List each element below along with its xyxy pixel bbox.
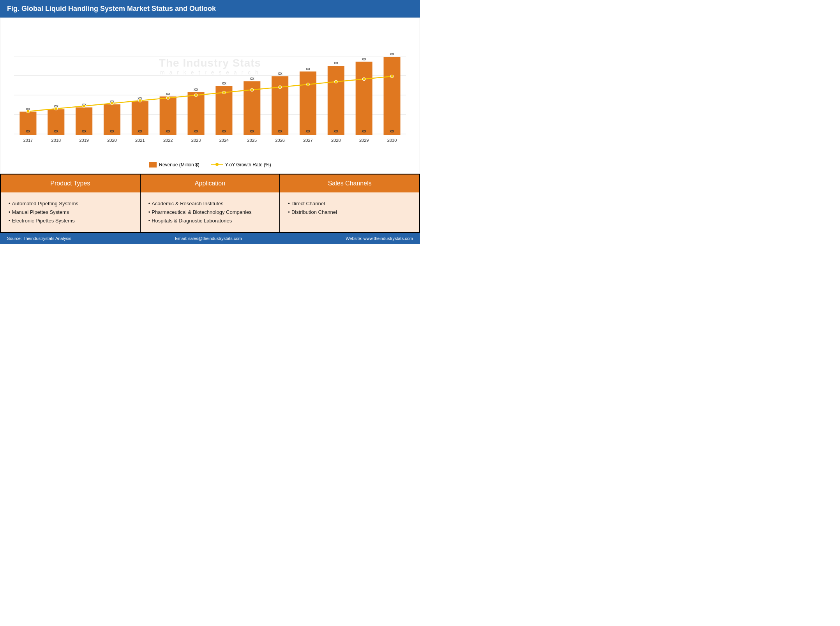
bar-top-label: XX: [166, 92, 170, 96]
bar-year-label: 2019: [79, 138, 88, 143]
bar-top-label: XX: [194, 88, 198, 92]
bar-inside-label: XX: [138, 129, 142, 133]
bar-year-label: 2024: [219, 138, 229, 143]
growth-dot: [362, 78, 365, 81]
bar-inside-label: XX: [334, 129, 338, 133]
bar-year-label: 2017: [23, 138, 33, 143]
footer: Source: Theindustrystats Analysis Email:…: [0, 233, 420, 244]
bar-year-label: 2030: [387, 138, 397, 143]
chart-title: Fig. Global Liquid Handling System Marke…: [0, 0, 420, 18]
bar-inside-label: XX: [278, 129, 282, 133]
legend-bar-label: Revenue (Million $): [159, 162, 199, 168]
bar-top-label: XX: [278, 72, 282, 76]
bar-top-label: XX: [250, 77, 254, 81]
application-list: Academic & Research Institutes Pharmaceu…: [148, 199, 272, 225]
growth-dot: [279, 86, 282, 89]
legend-growth: Y-oY Growth Rate (%): [211, 162, 271, 168]
sales-channels-header: Sales Channels: [280, 175, 419, 192]
sales-channels-list: Direct Channel Distribution Channel: [288, 199, 411, 217]
bar-inside-label: XX: [26, 129, 30, 133]
bar-top-label: XX: [305, 67, 310, 71]
bar-year-label: 2023: [191, 138, 201, 143]
bar-year-label: 2026: [275, 138, 284, 143]
list-item: Automated Pipetting Systems: [9, 199, 132, 208]
growth-dot: [222, 91, 226, 94]
list-item: Hospitals & Diagnostic Laboratories: [148, 217, 272, 225]
sales-channels-content: Direct Channel Distribution Channel: [280, 192, 419, 224]
bar-year-label: 2028: [331, 138, 341, 143]
bar-top-label: XX: [390, 52, 394, 56]
bar-rect: [384, 57, 401, 135]
bar-inside-label: XX: [194, 129, 198, 133]
product-types-list: Automated Pipetting Systems Manual Pipet…: [9, 199, 132, 225]
footer-source: Source: Theindustrystats Analysis: [7, 236, 71, 241]
bar-rect: [272, 76, 288, 135]
bar-year-label: 2020: [107, 138, 116, 143]
legend-revenue: Revenue (Million $): [149, 162, 199, 168]
application-box: Application Academic & Research Institut…: [141, 175, 280, 232]
info-section: Product Types Automated Pipetting System…: [0, 174, 420, 233]
product-types-box: Product Types Automated Pipetting System…: [1, 175, 140, 232]
list-item: Academic & Research Institutes: [148, 199, 272, 208]
bar-year-label: 2021: [135, 138, 145, 143]
footer-email: Email: sales@theindustrystats.com: [175, 236, 242, 241]
bar-top-label: XX: [222, 81, 226, 85]
application-content: Academic & Research Institutes Pharmaceu…: [141, 192, 280, 232]
list-item: Direct Channel: [288, 199, 411, 208]
legend-line-label: Y-oY Growth Rate (%): [225, 162, 271, 168]
chart-legend: Revenue (Million $) Y-oY Growth Rate (%): [12, 158, 408, 169]
bar-rect: [356, 62, 372, 135]
sales-channels-box: Sales Channels Direct Channel Distributi…: [280, 175, 419, 232]
chart-svg: XXXX2017XXXX2018XXXX2019XXXX2020XXXX2021…: [12, 26, 408, 145]
bar-inside-label: XX: [390, 129, 394, 133]
growth-dot: [307, 83, 310, 86]
page-wrapper: Fig. Global Liquid Handling System Marke…: [0, 0, 420, 244]
bar-inside-label: XX: [362, 129, 366, 133]
bar-rect: [328, 66, 344, 135]
chart-container: The Industry Stats m a r k e t r e s e a…: [12, 26, 408, 158]
product-types-header: Product Types: [1, 175, 140, 192]
product-types-content: Automated Pipetting Systems Manual Pipet…: [1, 192, 140, 232]
growth-dot: [251, 88, 254, 92]
legend-line-icon: [211, 164, 223, 165]
growth-dot: [166, 96, 169, 99]
growth-dot: [138, 99, 141, 102]
application-header: Application: [141, 175, 280, 192]
bar-year-label: 2022: [163, 138, 173, 143]
growth-dot: [194, 93, 198, 97]
legend-bar-icon: [149, 162, 157, 168]
footer-website: Website: www.theindustrystats.com: [346, 236, 413, 241]
bar-rect: [188, 92, 205, 135]
growth-dot: [111, 102, 114, 105]
bar-year-label: 2029: [359, 138, 369, 143]
bar-year-label: 2018: [51, 138, 61, 143]
bar-inside-label: XX: [250, 129, 254, 133]
growth-dot: [390, 75, 394, 78]
list-item: Distribution Channel: [288, 208, 411, 217]
list-item: Electronic Pipettes Systems: [9, 217, 132, 225]
bar-chart: XXXX2017XXXX2018XXXX2019XXXX2020XXXX2021…: [12, 26, 408, 143]
chart-section: The Industry Stats m a r k e t r e s e a…: [0, 18, 420, 174]
bar-inside-label: XX: [222, 129, 226, 133]
bar-inside-label: XX: [305, 129, 310, 133]
growth-dot: [55, 107, 58, 110]
bar-year-label: 2025: [247, 138, 257, 143]
bar-inside-label: XX: [109, 129, 114, 133]
list-item: Pharmaceutical & Biotechnology Companies: [148, 208, 272, 217]
bar-top-label: XX: [362, 57, 366, 61]
bar-inside-label: XX: [166, 129, 170, 133]
growth-dot: [26, 110, 30, 113]
bar-inside-label: XX: [82, 129, 86, 133]
list-item: Manual Pipettes Systems: [9, 208, 132, 217]
bar-top-label: XX: [334, 61, 338, 65]
bar-year-label: 2027: [303, 138, 312, 143]
growth-dot: [83, 104, 86, 108]
bar-rect: [300, 72, 316, 135]
growth-dot: [334, 80, 337, 83]
bar-inside-label: XX: [54, 129, 58, 133]
